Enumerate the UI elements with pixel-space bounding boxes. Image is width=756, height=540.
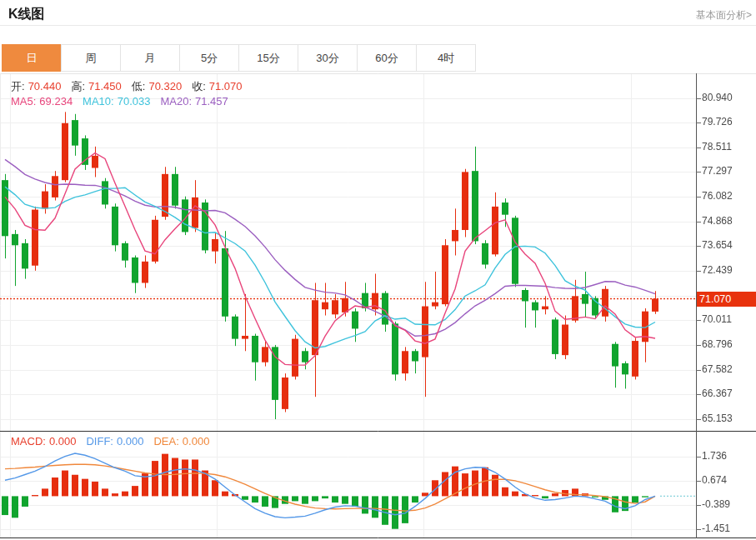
- price-axis-label: 72.439: [702, 264, 733, 276]
- price-axis-label: 70.011: [702, 313, 732, 325]
- macd-legend: MACD:0.000DIFF:0.000DEA:0.000: [11, 435, 209, 448]
- macd-axis-label: 1.736: [702, 450, 727, 462]
- macd-axis-label: -0.389: [702, 498, 730, 510]
- open-label: 开:: [11, 80, 25, 92]
- high-label: 高:: [71, 80, 85, 92]
- price-axis-label: 76.082: [702, 190, 733, 202]
- period-tab-bar: 日周月5分15分30分60分4时: [2, 44, 476, 72]
- open-value: 70.440: [28, 80, 62, 92]
- price-axis-label: 79.726: [702, 116, 733, 128]
- title-divider: [0, 25, 756, 26]
- macd-axis-label: 0.674: [702, 474, 727, 486]
- price-axis-label: 65.153: [702, 412, 733, 424]
- ma20-label: MA20:: [160, 95, 192, 108]
- price-axis-label: 77.297: [702, 165, 733, 177]
- current-price-tag: 71.070: [697, 292, 756, 307]
- price-axis-label: 68.796: [702, 338, 733, 350]
- tab-day[interactable]: 日: [2, 44, 62, 72]
- tab-15min[interactable]: 15分: [238, 44, 298, 72]
- tab-30min[interactable]: 30分: [298, 44, 358, 72]
- ma-legend: MA5:69.234MA10:70.033MA20:71.457: [11, 95, 228, 108]
- page-title: K线图: [8, 6, 45, 23]
- ohlc-legend: 开:70.440高:71.450低:70.320收:71.070: [11, 79, 243, 94]
- ma5-label: MA5:: [11, 95, 36, 108]
- dea-label: DEA:: [153, 435, 178, 448]
- ma20-value: 71.457: [195, 95, 228, 108]
- tab-4hour[interactable]: 4时: [416, 44, 476, 72]
- high-value: 71.450: [88, 80, 122, 92]
- price-axis-label: 80.940: [702, 92, 733, 103]
- ma10-label: MA10:: [83, 95, 114, 108]
- low-label: 低:: [132, 80, 146, 92]
- low-value: 70.320: [148, 80, 182, 92]
- ma10-value: 70.033: [118, 95, 151, 108]
- ma5-value: 69.234: [39, 95, 73, 108]
- price-axis-label: 78.511: [702, 141, 732, 152]
- dea-value: 0.000: [183, 435, 210, 448]
- macd-label: MACD:: [11, 435, 46, 448]
- price-axis-label: 73.654: [702, 239, 733, 251]
- macd-value: 0.000: [49, 435, 77, 448]
- tab-week[interactable]: 周: [61, 44, 121, 72]
- price-axis-label: 74.868: [702, 215, 733, 227]
- tab-60min[interactable]: 60分: [357, 44, 417, 72]
- close-value: 71.070: [209, 80, 243, 92]
- fundamental-analysis-link[interactable]: 基本面分析>: [696, 8, 752, 22]
- diff-value: 0.000: [117, 435, 144, 448]
- kline-module: K线图 基本面分析> 日周月5分15分30分60分4时 开:70.440高:71…: [0, 0, 756, 540]
- close-label: 收:: [192, 80, 206, 92]
- tab-month[interactable]: 月: [120, 44, 180, 72]
- price-axis-label: 66.367: [702, 388, 733, 399]
- price-axis-label: 67.582: [702, 363, 733, 375]
- tab-5min[interactable]: 5分: [179, 44, 239, 72]
- diff-label: DIFF:: [86, 435, 113, 448]
- macd-axis-label: -1.451: [702, 522, 730, 534]
